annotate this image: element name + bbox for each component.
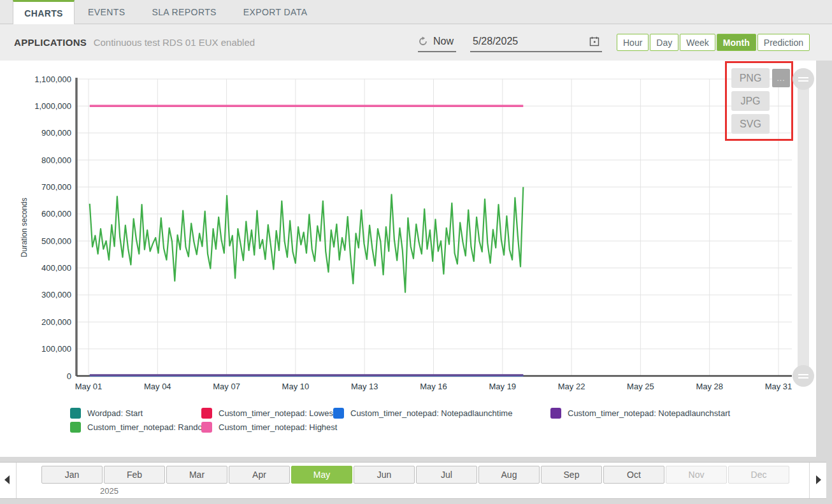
legend-label: Custom_timer_notepad: Notepadlaunchstart bbox=[568, 408, 730, 418]
x-tick-label: May 22 bbox=[558, 382, 585, 391]
date-value: 5/28/2025 bbox=[473, 36, 518, 47]
application-window: CHARTSEVENTSSLA REPORTSEXPORT DATA APPLI… bbox=[0, 0, 832, 504]
legend-item[interactable]: Custom_timer_notepad: Highest bbox=[201, 422, 337, 433]
legend-item[interactable]: Wordpad: Start bbox=[70, 408, 143, 419]
y-zoom-slider-handle-top[interactable] bbox=[793, 68, 814, 90]
previous-year-arrow[interactable] bbox=[0, 463, 17, 498]
calendar-icon[interactable] bbox=[589, 36, 599, 47]
tab-sla-reports[interactable]: SLA REPORTS bbox=[138, 0, 229, 24]
date-input[interactable]: 5/28/2025 bbox=[470, 33, 602, 52]
legend-swatch-icon bbox=[70, 408, 81, 419]
tab-export-data[interactable]: EXPORT DATA bbox=[230, 0, 321, 24]
legend-item[interactable]: Custom_timer_notepad: Random bbox=[70, 422, 210, 433]
month-button-aug[interactable]: Aug bbox=[478, 466, 540, 484]
y-tick-label: 500,000 bbox=[41, 236, 71, 246]
month-button-dec: Dec bbox=[728, 466, 789, 484]
x-tick-label: May 01 bbox=[75, 382, 103, 391]
legend-label: Wordpad: Start bbox=[87, 408, 143, 418]
x-tick-label: May 07 bbox=[213, 382, 240, 391]
month-button-feb[interactable]: Feb bbox=[104, 466, 165, 484]
legend-swatch-icon bbox=[70, 422, 81, 433]
x-tick-label: May 31 bbox=[765, 382, 793, 391]
x-tick-label: May 10 bbox=[282, 382, 310, 391]
y-tick-label: 0 bbox=[67, 371, 71, 381]
month-button-jul[interactable]: Jul bbox=[416, 466, 477, 484]
y-axis-title: Duration seconds bbox=[20, 186, 29, 269]
range-button-hour[interactable]: Hour bbox=[617, 34, 649, 51]
left-arrow-icon bbox=[4, 475, 10, 484]
legend-swatch-icon bbox=[201, 408, 212, 419]
range-button-day[interactable]: Day bbox=[650, 34, 678, 51]
export-png-button[interactable]: PNG bbox=[731, 68, 770, 88]
y-zoom-slider-track[interactable] bbox=[798, 79, 809, 376]
next-year-arrow[interactable] bbox=[809, 463, 826, 498]
legend-swatch-icon bbox=[550, 408, 561, 419]
month-button-may[interactable]: May bbox=[291, 466, 352, 484]
x-tick-label: May 16 bbox=[420, 382, 447, 391]
y-tick-label: 400,000 bbox=[41, 263, 71, 273]
time-range-button-group: HourDayWeekMonthPrediction bbox=[617, 34, 810, 51]
y-tick-label: 600,000 bbox=[41, 209, 71, 219]
y-tick-label: 100,000 bbox=[41, 344, 71, 354]
export-svg-button[interactable]: SVG bbox=[731, 114, 770, 134]
y-tick-label: 200,000 bbox=[41, 317, 71, 327]
chart-panel: 0100,000200,000300,000400,000500,000600,… bbox=[0, 61, 816, 457]
chart-header: APPLICATIONS Continuous test RDS 01 EUX … bbox=[0, 24, 832, 61]
chart-plot: 0100,000200,000300,000400,000500,000600,… bbox=[0, 61, 816, 457]
y-tick-label: 700,000 bbox=[41, 182, 71, 192]
chart-title-row: APPLICATIONS Continuous test RDS 01 EUX … bbox=[14, 37, 255, 48]
export-jpg-button[interactable]: JPG bbox=[731, 91, 770, 111]
series-line-random bbox=[90, 187, 524, 292]
tab-events[interactable]: EVENTS bbox=[75, 0, 138, 24]
chart-title: Continuous test RDS 01 EUX enabled bbox=[94, 37, 255, 48]
tab-bar: CHARTSEVENTSSLA REPORTSEXPORT DATA bbox=[0, 0, 832, 24]
x-tick-label: May 04 bbox=[144, 382, 171, 391]
x-tick-label: May 13 bbox=[351, 382, 378, 391]
legend-item[interactable]: Custom_timer_notepad: Notepadlaunchtime bbox=[333, 408, 512, 419]
month-button-jan[interactable]: Jan bbox=[41, 466, 103, 484]
legend-swatch-icon bbox=[201, 422, 212, 433]
month-button-nov: Nov bbox=[666, 466, 727, 484]
y-tick-label: 300,000 bbox=[41, 290, 71, 299]
export-more-button[interactable]: ... bbox=[772, 69, 790, 87]
x-tick-label: May 28 bbox=[696, 382, 723, 391]
month-button-row: JanFebMarAprMayJunJulAugSepOctNovDec bbox=[41, 466, 789, 484]
legend-label: Custom_timer_notepad: Notepadlaunchtime bbox=[350, 408, 512, 418]
y-tick-label: 900,000 bbox=[41, 128, 71, 138]
y-tick-label: 800,000 bbox=[41, 155, 71, 165]
range-button-month[interactable]: Month bbox=[717, 34, 756, 51]
month-navigation-bar: JanFebMarAprMayJunJulAugSepOctNovDec 202… bbox=[0, 462, 826, 499]
year-label: 2025 bbox=[100, 486, 118, 496]
right-arrow-icon bbox=[816, 475, 821, 484]
tab-charts[interactable]: CHARTS bbox=[13, 0, 75, 24]
section-label: APPLICATIONS bbox=[14, 37, 87, 48]
month-button-jun[interactable]: Jun bbox=[354, 466, 415, 484]
now-button[interactable]: Now bbox=[418, 33, 456, 52]
legend-label: Custom_timer_notepad: Random bbox=[87, 422, 210, 432]
legend-label: Custom_timer_notepad: Highest bbox=[219, 422, 337, 432]
x-tick-label: May 25 bbox=[627, 382, 654, 391]
month-button-mar[interactable]: Mar bbox=[166, 466, 227, 484]
y-zoom-slider-handle-bottom[interactable] bbox=[793, 365, 814, 387]
month-button-sep[interactable]: Sep bbox=[541, 466, 602, 484]
range-button-week[interactable]: Week bbox=[680, 34, 715, 51]
legend-item[interactable]: Custom_timer_notepad: Notepadlaunchstart bbox=[550, 408, 730, 419]
x-tick-label: May 19 bbox=[489, 382, 516, 391]
month-button-oct[interactable]: Oct bbox=[603, 466, 664, 484]
refresh-icon bbox=[418, 36, 428, 47]
month-button-apr[interactable]: Apr bbox=[229, 466, 290, 484]
y-tick-label: 1,100,000 bbox=[34, 75, 71, 84]
y-tick-label: 1,000,000 bbox=[34, 101, 71, 111]
legend-label: Custom_timer_notepad: Lowest bbox=[219, 408, 336, 418]
range-button-prediction[interactable]: Prediction bbox=[757, 34, 810, 51]
now-label: Now bbox=[433, 36, 454, 47]
legend-swatch-icon bbox=[333, 408, 344, 419]
legend-item[interactable]: Custom_timer_notepad: Lowest bbox=[201, 408, 336, 419]
